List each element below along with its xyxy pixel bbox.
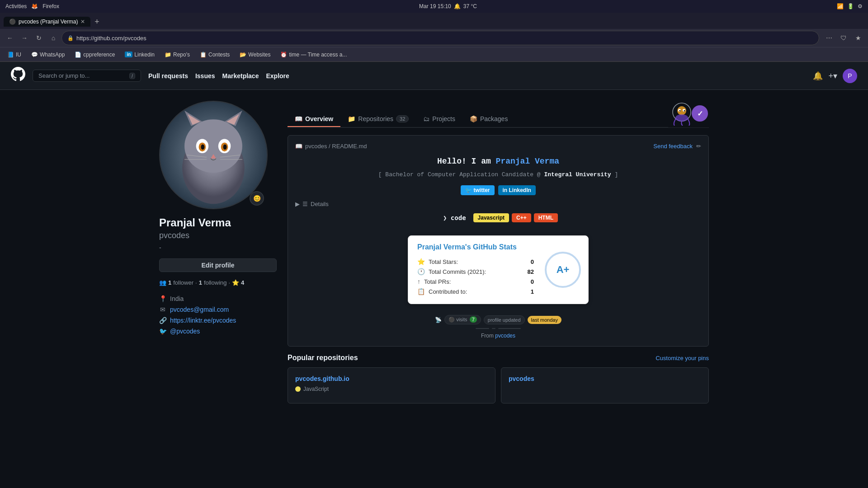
- details-label: Details: [311, 201, 329, 207]
- profile-website: 🔗 https://linktr.ee/pvcodes: [159, 315, 277, 326]
- github-logo[interactable]: [11, 67, 25, 84]
- tab-repositories[interactable]: 📁 Repositories 32: [340, 112, 416, 127]
- bookmark-iu[interactable]: 📘 IU: [4, 51, 25, 59]
- stars-count[interactable]: 4: [241, 279, 244, 286]
- last-updated-badge: last monday: [528, 316, 561, 324]
- bookmark-repos-label: Repo's: [173, 52, 190, 58]
- home-button[interactable]: ⌂: [47, 32, 60, 44]
- html-badge: HTML: [534, 213, 558, 222]
- linkedin-icon: in: [125, 52, 132, 57]
- stats-card: Pranjal Verma's GitHub Stats ⭐ Total Sta…: [408, 235, 589, 304]
- active-tab[interactable]: ⚫ pvcodes (Pranjal Verma) ✕: [4, 17, 90, 27]
- svg-point-11: [201, 144, 204, 150]
- send-feedback-link[interactable]: Send feedback: [653, 143, 693, 150]
- following-count[interactable]: 1: [199, 279, 202, 286]
- js-lang-dot: [295, 386, 301, 392]
- pr-icon: ↑: [417, 278, 420, 285]
- search-placeholder: Search or jump to...: [38, 72, 90, 79]
- repo-name-2[interactable]: pvcodes: [509, 375, 701, 382]
- profile-content: 📖 Overview 📁 Repositories 32 🗂 Projects …: [288, 101, 709, 404]
- tab-projects[interactable]: 🗂 Projects: [416, 112, 462, 127]
- readme-filename: pvcodes / README.md: [305, 143, 367, 150]
- details-toggle[interactable]: ▶ ☰ Details: [295, 201, 701, 207]
- contribute-icon: 📋: [417, 288, 425, 295]
- bookmark-time-label: time — Time access a...: [289, 52, 347, 58]
- wave-line-2: [492, 328, 495, 329]
- wave-lines: [295, 328, 701, 329]
- nav-marketplace[interactable]: Marketplace: [222, 72, 259, 80]
- settings-icon[interactable]: ⚙: [858, 3, 863, 9]
- reload-button[interactable]: ↻: [33, 32, 45, 44]
- edit-icon[interactable]: ✏: [696, 143, 701, 150]
- book-icon: 📖: [295, 115, 302, 122]
- readme-header-left: 📖 pvcodes / README.md: [295, 143, 367, 150]
- twitter-link[interactable]: @pvcodes: [170, 328, 200, 335]
- plus-icon[interactable]: +▾: [828, 71, 837, 81]
- bookmark-cppreference-label: cppreference: [83, 52, 115, 58]
- bookmark-repos[interactable]: 📁 Repo's: [161, 51, 193, 59]
- bell-icon: 🔔: [454, 3, 461, 9]
- user-avatar[interactable]: P: [843, 69, 857, 83]
- profile-email: ✉ pvcodes@gmail.com: [159, 304, 277, 315]
- notifications-icon[interactable]: 🔔: [813, 71, 823, 81]
- os-bar-left: Activities 🦊 Firefox: [5, 3, 59, 9]
- url-bar[interactable]: 🔒 https://github.com/pvcodes: [61, 31, 819, 45]
- website-link[interactable]: https://linktr.ee/pvcodes: [170, 317, 236, 324]
- subtitle-suffix: ]: [611, 171, 618, 178]
- cat-image: [160, 101, 267, 209]
- shield-icon[interactable]: 🛡: [837, 32, 850, 44]
- svg-point-12: [223, 144, 227, 150]
- profile-info-list: 📍 India ✉ pvcodes@gmail.com 🔗 https://li…: [159, 293, 277, 337]
- datetime-label: Mar 19 15:10: [419, 3, 451, 9]
- back-button[interactable]: ←: [4, 32, 16, 44]
- repo-lang-label-1: JavaScript: [303, 386, 329, 392]
- prs-value: 0: [531, 278, 534, 285]
- wave-line-1: [476, 328, 489, 329]
- battery-icon: 🔋: [847, 3, 854, 9]
- readme-header-right: Send feedback ✏: [653, 143, 701, 150]
- bookmark-icon[interactable]: ★: [852, 32, 864, 44]
- avatar-edit-button[interactable]: 😊: [250, 191, 264, 206]
- tab-overview[interactable]: 📖 Overview: [288, 112, 340, 127]
- js-badge: Javascript: [473, 213, 509, 222]
- github-search[interactable]: Search or jump to... /: [33, 70, 141, 82]
- code-badge: ❯ code: [439, 213, 471, 223]
- edit-profile-button[interactable]: Edit profile: [159, 258, 277, 272]
- customize-pins-link[interactable]: Customize your pins: [656, 355, 709, 361]
- nav-issues[interactable]: Issues: [195, 72, 215, 80]
- email-link[interactable]: pvcodes@gmail.com: [170, 306, 229, 313]
- nav-pull-requests[interactable]: Pull requests: [148, 72, 188, 80]
- cpp-badge: C++: [512, 213, 531, 222]
- bookmark-cppreference[interactable]: 📄 cppreference: [71, 51, 118, 59]
- readme-subtitle: [ Bachelor of Computer Application Candi…: [295, 171, 701, 178]
- bookmark-time[interactable]: ⏰ time — Time access a...: [277, 51, 350, 59]
- github-header: Search or jump to... / Pull requests Iss…: [0, 62, 868, 90]
- twitter-icon: 🐦: [159, 328, 166, 335]
- new-tab-button[interactable]: +: [90, 15, 103, 28]
- repo-name-1[interactable]: pvcodes.github.io: [295, 375, 488, 382]
- overview-tab-label: Overview: [305, 115, 333, 122]
- stars-value: 0: [531, 258, 534, 265]
- profile-twitter: 🐦 @pvcodes: [159, 326, 277, 337]
- whatsapp-icon: 💬: [31, 52, 38, 58]
- bookmark-contests[interactable]: 📋 Contests: [196, 51, 233, 59]
- bookmark-linkedin[interactable]: in Linkedin: [121, 51, 158, 59]
- from-link[interactable]: pvcodes: [495, 333, 515, 339]
- extensions-button[interactable]: ⋯: [823, 32, 835, 44]
- profile-username: pvcodes: [159, 231, 277, 240]
- bookmark-websites[interactable]: 📂 Websites: [236, 51, 274, 59]
- forward-button[interactable]: →: [18, 32, 31, 44]
- activities-label[interactable]: Activities: [5, 3, 27, 9]
- nav-explore[interactable]: Explore: [266, 72, 289, 80]
- twitter-badge: 🐦 twitter: [461, 185, 494, 195]
- email-icon: ✉: [159, 306, 166, 313]
- nav-bar: ← → ↻ ⌂ 🔒 https://github.com/pvcodes ⋯ 🛡…: [0, 29, 868, 47]
- followers-count[interactable]: 1: [168, 279, 171, 286]
- stat-dot-2: ·: [228, 279, 230, 286]
- svg-text:✓: ✓: [697, 110, 703, 117]
- tab-packages[interactable]: 📦 Packages: [462, 112, 515, 127]
- bookmark-websites-label: Websites: [248, 52, 270, 58]
- tab-close-button[interactable]: ✕: [80, 19, 85, 25]
- bookmark-whatsapp[interactable]: 💬 WhatsApp: [28, 51, 68, 59]
- browser-label[interactable]: Firefox: [42, 3, 59, 9]
